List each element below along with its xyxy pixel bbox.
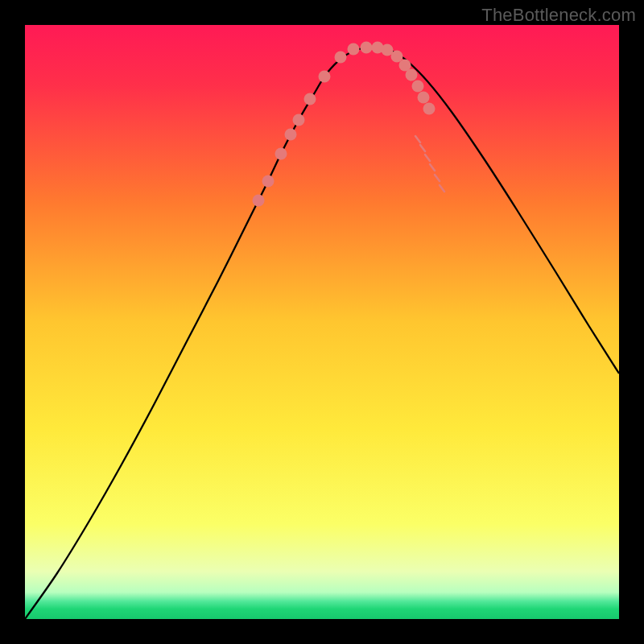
tick-mark xyxy=(435,175,440,181)
right-branch-ticks xyxy=(415,136,444,192)
tick-mark xyxy=(415,136,420,142)
curve-marker xyxy=(348,43,360,56)
curve-marker xyxy=(304,93,316,105)
bottleneck-curve-line xyxy=(25,47,619,619)
curve-marker xyxy=(412,80,424,93)
tick-mark xyxy=(420,145,425,151)
curve-marker xyxy=(293,114,305,126)
curve-marker xyxy=(275,148,287,160)
curve-marker xyxy=(253,195,265,207)
tick-mark xyxy=(425,155,430,161)
chart-frame xyxy=(25,25,619,619)
curve-markers xyxy=(253,42,436,207)
curve-marker xyxy=(361,42,373,54)
curve-marker xyxy=(262,175,275,188)
curve-marker xyxy=(335,52,347,64)
curve-marker xyxy=(406,69,418,81)
curve-marker xyxy=(285,129,297,141)
tick-mark xyxy=(430,164,435,171)
watermark-text: TheBottleneck.com xyxy=(481,5,636,26)
bottleneck-plot xyxy=(25,25,619,619)
curve-marker xyxy=(423,103,436,115)
curve-marker xyxy=(319,71,331,83)
tick-mark xyxy=(440,185,444,192)
curve-marker xyxy=(418,92,430,104)
